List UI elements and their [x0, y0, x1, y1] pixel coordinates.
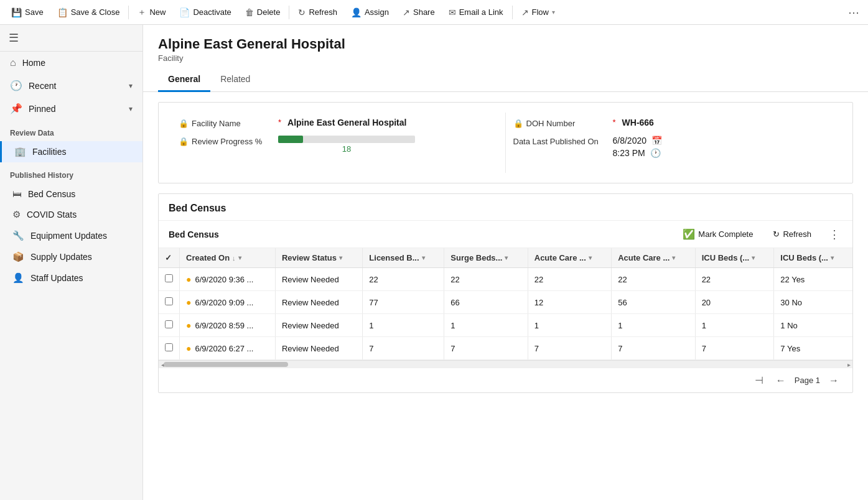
doh-required: *	[613, 118, 616, 127]
table-more-options-button[interactable]: ⋮	[826, 228, 842, 241]
cell-created-on-2: ●6/9/2020 8:59 ...	[180, 314, 276, 337]
delete-button[interactable]: 🗑 Delete	[239, 5, 287, 20]
new-icon: ＋	[138, 7, 146, 18]
scroll-thumb[interactable]	[164, 362, 288, 367]
data-published-field: Data Last Published On 6/8/2020 📅 8:23 P…	[513, 136, 833, 160]
deactivate-button[interactable]: 📄 Deactivate	[173, 5, 237, 20]
progress-bar-wrap	[278, 136, 415, 143]
flow-button[interactable]: ↗ Flow ▾	[515, 5, 561, 20]
refresh-button[interactable]: ↻ Refresh	[292, 5, 343, 20]
sidebar-item-recent[interactable]: 🕐 Recent ▾	[0, 74, 142, 97]
cell-icu1-1: 20	[695, 291, 774, 314]
main-layout: ☰ ⌂ Home 🕐 Recent ▾ 📌 Pinned ▾ Review Da…	[0, 25, 868, 500]
table-row[interactable]: ●6/9/2020 6:27 ... Review Needed 7 7 7 7…	[159, 337, 852, 360]
save-close-icon: 📋	[57, 7, 68, 17]
mark-complete-button[interactable]: ✅ Mark Complete	[678, 226, 758, 243]
table-row[interactable]: ●6/9/2020 8:59 ... Review Needed 1 1 1 1…	[159, 314, 852, 337]
row-checkbox-2[interactable]	[159, 314, 180, 337]
new-button[interactable]: ＋ New	[131, 4, 172, 21]
cell-icu2-0: 22 Yes	[774, 268, 852, 291]
table-row[interactable]: ●6/9/2020 9:09 ... Review Needed 77 66 1…	[159, 291, 852, 314]
sidebar-item-supply-updates[interactable]: 📦 Supply Updates	[0, 246, 142, 267]
bed-census-section: Bed Census Bed Census ✅ Mark Complete ↻ …	[158, 193, 853, 393]
toolbar-separator	[128, 6, 129, 19]
cell-surge-beds-1: 66	[444, 291, 528, 314]
cell-icu1-0: 22	[695, 268, 774, 291]
cell-acute-care1-1: 12	[528, 291, 611, 314]
sidebar-item-covid-stats[interactable]: ⚙ COVID Stats	[0, 204, 142, 225]
facility-name-label: 🔒 Facility Name	[179, 118, 272, 128]
col-acute-care-1[interactable]: Acute Care ... ▾	[528, 248, 611, 268]
cell-icu2-3: 7 Yes	[774, 337, 852, 360]
cell-review-status-2: Review Needed	[275, 314, 362, 337]
date-values: 6/8/2020 📅 8:23 PM 🕐	[613, 136, 663, 160]
bed-census-table-scroll[interactable]: ✓ Created On ↓ ▾	[159, 248, 852, 360]
first-page-button[interactable]: ⊣	[751, 373, 767, 387]
covid-stats-icon: ⚙	[12, 209, 21, 220]
sidebar-item-pinned[interactable]: 📌 Pinned ▾	[0, 97, 142, 120]
tab-related[interactable]: Related	[210, 69, 260, 92]
row-checkbox-3[interactable]	[159, 337, 180, 360]
home-icon: ⌂	[10, 57, 16, 68]
row-checkbox-1[interactable]	[159, 291, 180, 314]
page-subtitle: Facility	[158, 53, 853, 63]
doh-number-field: 🔒 DOH Number * WH-666	[513, 118, 833, 128]
prev-page-button[interactable]: ←	[772, 374, 790, 387]
cell-created-on-1: ●6/9/2020 9:09 ...	[180, 291, 276, 314]
cell-created-on-3: ●6/9/2020 6:27 ...	[180, 337, 276, 360]
save-icon: 💾	[11, 7, 22, 17]
hamburger-menu-icon[interactable]: ☰	[9, 32, 19, 44]
col-review-status[interactable]: Review Status ▾	[275, 248, 362, 268]
sidebar-item-bed-census[interactable]: 🛏 Bed Census	[0, 183, 142, 204]
cell-icu2-1: 30 No	[774, 291, 852, 314]
facilities-icon: 🏢	[14, 146, 26, 157]
tab-general[interactable]: General	[158, 69, 210, 92]
cell-licensed-b-0: 22	[363, 268, 444, 291]
share-button[interactable]: ↗ Share	[396, 5, 441, 20]
col-chevron-7: ▾	[831, 254, 834, 261]
col-chevron-4: ▾	[589, 254, 592, 261]
col-acute-care-2[interactable]: Acute Care ... ▾	[612, 248, 695, 268]
clock-icon[interactable]: 🕐	[650, 148, 661, 158]
col-chevron-2: ▾	[422, 254, 425, 261]
col-icu-2[interactable]: ICU Beds (... ▾	[774, 248, 852, 268]
col-icu-1[interactable]: ICU Beds (... ▾	[695, 248, 774, 268]
next-page-button[interactable]: →	[825, 374, 842, 387]
cell-acute-care2-1: 56	[612, 291, 695, 314]
scroll-right-arrow[interactable]: ▸	[845, 361, 852, 368]
col-licensed-b[interactable]: Licensed B... ▾	[363, 248, 444, 268]
table-row[interactable]: ●6/9/2020 9:36 ... Review Needed 22 22 2…	[159, 268, 852, 291]
sidebar-item-facilities[interactable]: 🏢 Facilities	[0, 141, 142, 162]
flow-icon: ↗	[521, 7, 529, 17]
table-header-row: ✓ Created On ↓ ▾	[159, 248, 852, 268]
refresh-icon: ↻	[298, 7, 306, 17]
recent-chevron-icon: ▾	[129, 81, 133, 90]
mark-complete-icon: ✅	[683, 228, 695, 240]
sort-asc-icon: ↓	[232, 254, 236, 262]
save-button[interactable]: 💾 Save	[5, 5, 50, 20]
bed-census-section-header: Bed Census	[159, 194, 852, 221]
sidebar-item-equipment-updates[interactable]: 🔧 Equipment Updates	[0, 225, 142, 246]
assign-button[interactable]: 👤 Assign	[345, 5, 395, 20]
email-button[interactable]: ✉ Email a Link	[442, 5, 510, 20]
time-row: 8:23 PM 🕐	[613, 148, 663, 158]
col-created-on[interactable]: Created On ↓ ▾	[180, 248, 276, 268]
content-area: Alpine East General Hospital Facility Ge…	[143, 25, 868, 500]
bed-census-table-title: Bed Census	[169, 229, 219, 239]
bed-census-icon: 🛏	[12, 188, 22, 199]
col-surge-beds[interactable]: Surge Beds... ▾	[444, 248, 528, 268]
checkbox-header: ✓	[159, 248, 180, 268]
bed-census-table-toolbar: Bed Census ✅ Mark Complete ↻ Refresh ⋮	[159, 221, 852, 248]
row-checkbox-0[interactable]	[159, 268, 180, 291]
sidebar-item-staff-updates[interactable]: 👤 Staff Updates	[0, 267, 142, 289]
save-close-button[interactable]: 📋 Save & Close	[51, 5, 126, 20]
bed-census-refresh-button[interactable]: ↻ Refresh	[768, 227, 816, 241]
toolbar-more-button[interactable]: ⋯	[844, 6, 863, 19]
col-chevron-0: ▾	[238, 254, 241, 261]
calendar-icon[interactable]: 📅	[651, 136, 662, 146]
published-time: 8:23 PM	[613, 148, 645, 158]
sidebar-item-home[interactable]: ⌂ Home	[0, 52, 142, 74]
email-icon: ✉	[449, 7, 456, 17]
horizontal-scrollbar[interactable]: ◂ ▸	[159, 360, 852, 368]
form-col-left: 🔒 Facility Name * Alpine East General Ho…	[171, 113, 506, 173]
